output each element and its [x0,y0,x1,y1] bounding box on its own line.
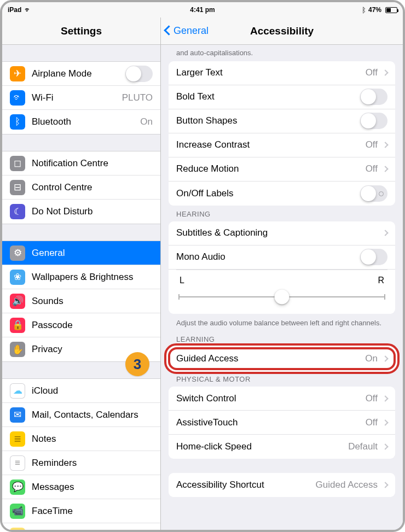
row-value: Off [366,67,378,78]
toggle[interactable] [360,249,387,265]
toggle[interactable] [360,113,387,129]
notes-icon: ≣ [10,431,25,447]
chevron-right-icon [382,142,388,148]
battery-icon [385,7,397,13]
toggle[interactable] [125,66,153,82]
battery-percentage: 47% [368,6,381,14]
app-frame: iPad ᯤ 4:41 pm ᛒ 47% Settings ✈Airplane … [0,0,405,532]
setting-row-guided-access[interactable]: Guided AccessOn [169,347,395,371]
icloud-icon: ☁ [10,383,25,399]
sidebar-item-bluetooth[interactable]: ᛒBluetoothOn [2,110,160,134]
sidebar-item-label: Maps [32,530,153,530]
sidebar-item-passcode[interactable]: 🔒Passcode [2,313,160,337]
sidebar-item-label: Wi-Fi [32,92,118,103]
chevron-right-icon [382,395,388,401]
sidebar-item-label: Bluetooth [32,116,136,127]
mail-icon: ✉ [10,407,25,423]
row-label: AssistiveTouch [176,417,361,428]
sidebar-item-wifi[interactable]: ᯤWi-FiPLUTO [2,86,160,110]
sidebar-item-reminders[interactable]: ≡Reminders [2,451,160,475]
sidebar-item-label: General [32,248,153,259]
sidebar-item-label: Reminders [32,458,153,469]
airplane-icon: ✈ [10,66,25,81]
sidebar-item-label: Airplane Mode [32,68,121,79]
group-header: HEARING [161,206,403,221]
sidebar-scroll[interactable]: ✈Airplane ModeᯤWi-FiPLUTOᛒBluetoothOn◻No… [2,45,160,530]
row-label: Larger Text [176,67,361,78]
setting-row-assistivetouch[interactable]: AssistiveTouchOff [169,411,395,435]
dnd-icon: ☾ [10,204,25,219]
sidebar-item-airplane[interactable]: ✈Airplane Mode [2,62,160,86]
back-label: General [173,25,209,37]
slider-label-right: R [378,276,384,285]
setting-row-subtitles-captioning[interactable]: Subtitles & Captioning [169,221,395,245]
row-value: Off [366,417,378,428]
sidebar-item-label: Notes [32,434,153,445]
slider-thumb[interactable] [275,289,290,304]
row-value: Off [366,393,378,404]
sidebar-item-notifications[interactable]: ◻Notification Centre [2,151,160,176]
sidebar-item-maps[interactable]: ⤵Maps [2,523,160,530]
sounds-icon: 🔊 [10,294,25,309]
sidebar-item-label: Messages [32,482,153,493]
bluetooth-icon: ᛒ [10,114,25,130]
sidebar-item-facetime[interactable]: 📹FaceTime [2,499,160,523]
setting-row-accessibility-shortcut[interactable]: Accessibility ShortcutGuided Access [169,473,395,497]
setting-row-button-shapes[interactable]: Button Shapes [169,109,395,133]
row-value: Off [366,139,378,150]
detail-title: Accessibility [250,25,314,37]
sidebar-item-notes[interactable]: ≣Notes [2,427,160,451]
sidebar-item-mail[interactable]: ✉Mail, Contacts, Calendars [2,403,160,427]
setting-row-on-off-labels[interactable]: On/Off Labels [169,182,395,206]
setting-row-home-click-speed[interactable]: Home-click SpeedDefault [169,435,395,459]
chevron-right-icon [382,69,388,75]
balance-slider[interactable]: LR [169,270,395,314]
detail-header: General Accessibility [161,17,403,45]
detail-pane: General Accessibility and auto-capitalis… [161,17,403,530]
setting-row-switch-control[interactable]: Switch ControlOff [169,387,395,411]
wifi-status-icon: ᯤ [25,6,31,14]
sidebar-item-label: FaceTime [32,506,153,517]
setting-row-reduce-motion[interactable]: Reduce MotionOff [169,157,395,182]
row-label: Button Shapes [176,115,356,126]
setting-row-bold-text[interactable]: Bold Text [169,85,395,109]
toggle[interactable] [360,89,387,105]
row-label: Bold Text [176,91,356,102]
passcode-icon: 🔒 [10,318,25,333]
row-value: Off [366,163,378,174]
sidebar-item-general[interactable]: ⚙General [2,241,160,265]
chevron-right-icon [382,419,388,425]
group-footer-top: and auto-capitalisations. [161,45,403,61]
sidebar-item-label: Wallpapers & Brightness [32,272,153,283]
highlight-ring [164,343,400,374]
slider-label-left: L [180,276,184,285]
row-label: Subtitles & Captioning [176,227,378,238]
sidebar-item-label: Notification Centre [32,158,153,169]
row-label: Switch Control [176,393,361,404]
sidebar-item-messages[interactable]: 💬Messages [2,475,160,499]
chevron-right-icon [382,443,388,449]
row-label: Increase Contrast [176,139,361,150]
device-label: iPad [8,6,21,14]
sidebar-item-label: Control Centre [32,182,153,193]
sidebar-title: Settings [2,17,160,45]
status-bar: iPad ᯤ 4:41 pm ᛒ 47% [2,2,403,17]
toggle[interactable] [360,185,387,202]
setting-row-increase-contrast[interactable]: Increase ContrastOff [169,133,395,157]
back-button[interactable]: General [161,25,209,37]
sidebar-item-controlcentre[interactable]: ⊟Control Centre [2,176,160,200]
row-label: Home-click Speed [176,441,344,452]
sidebar-item-label: Passcode [32,320,153,331]
sidebar-item-icloud[interactable]: ☁iCloud [2,379,160,403]
sidebar-item-label: iCloud [32,385,153,396]
chevron-right-icon [382,482,388,488]
setting-row-larger-text[interactable]: Larger TextOff [169,61,395,85]
sidebar-item-dnd[interactable]: ☾Do Not Disturb [2,200,160,224]
sidebar-item-wallpapers[interactable]: ❀Wallpapers & Brightness [2,265,160,289]
row-label: Accessibility Shortcut [176,480,311,490]
sidebar-item-sounds[interactable]: 🔊Sounds [2,289,160,313]
clock: 4:41 pm [190,6,215,14]
setting-row-mono-audio[interactable]: Mono Audio [169,245,395,270]
detail-scroll[interactable]: and auto-capitalisations. Larger TextOff… [161,45,403,530]
sidebar-item-label: Sounds [32,296,153,307]
